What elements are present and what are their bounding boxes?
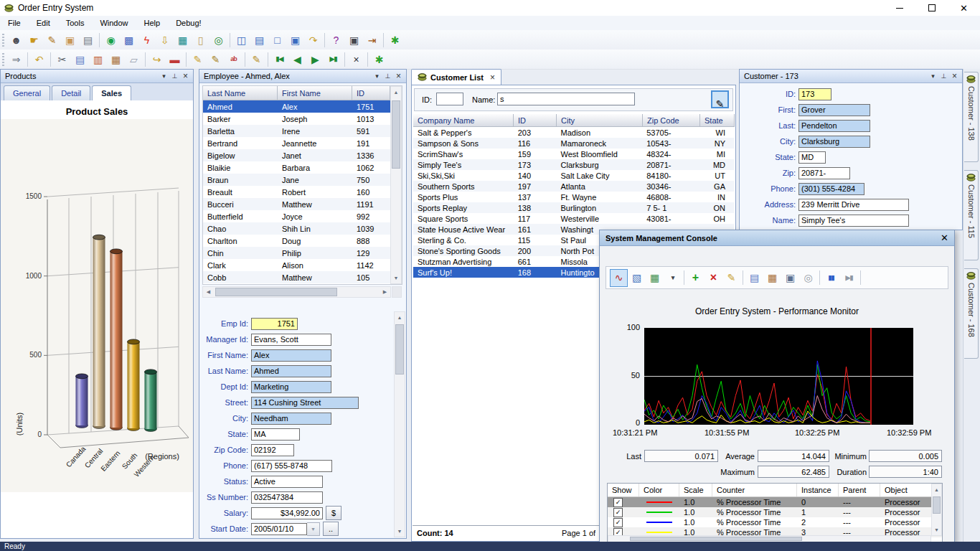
export-icon[interactable]: ⇩ — [156, 32, 174, 48]
help-book-icon[interactable]: ? — [327, 32, 345, 48]
toolbar-grip[interactable] — [2, 53, 4, 66]
tab-sales[interactable]: Sales — [92, 85, 131, 101]
name-field[interactable]: Simply Tee's — [798, 215, 909, 227]
salary-button[interactable]: $ — [326, 506, 341, 520]
restore-button[interactable] — [915, 0, 948, 16]
close-window-icon[interactable]: × — [347, 52, 365, 67]
scroll-down-icon[interactable]: ▼ — [391, 273, 401, 283]
last-row-icon[interactable]: ▶▮ — [324, 52, 342, 67]
dropdown-button[interactable]: ▼ — [307, 522, 320, 536]
startdate-field[interactable]: 2005/01/10 — [251, 523, 307, 535]
search-pen-button[interactable]: ✎ — [711, 90, 729, 108]
scroll-down-icon[interactable]: ▼ — [932, 524, 941, 535]
lastname-field[interactable]: Ahmed — [251, 365, 331, 377]
copy-icon[interactable]: ▤ — [745, 269, 763, 287]
employee-row[interactable]: BreaultRobert160 — [203, 186, 402, 198]
employee-row[interactable]: ChaoShih Lin1039 — [203, 222, 402, 235]
insert-row-icon[interactable]: ↪ — [148, 52, 166, 67]
employee-row[interactable]: BertrandJeannette191 — [203, 137, 402, 149]
empid-field[interactable]: 1751 — [251, 318, 298, 330]
scroll-thumb[interactable] — [392, 100, 400, 169]
image-export-icon[interactable]: ▦ — [646, 269, 664, 287]
scroll-up-icon[interactable]: ▲ — [932, 484, 941, 495]
counter-column-object[interactable]: Object — [880, 484, 932, 496]
counter-column-counter[interactable]: Counter — [712, 484, 797, 496]
managerid-field[interactable]: Evans, Scott — [251, 334, 331, 346]
paste-icon[interactable]: ▦ — [763, 269, 781, 287]
column-header-id[interactable]: ID — [352, 86, 390, 100]
edit-source-icon[interactable]: ✎ — [207, 52, 225, 67]
column-header-id[interactable]: ID — [514, 114, 557, 127]
id-field[interactable]: 173 — [798, 88, 831, 100]
phone-field[interactable]: (617) 555-8748 — [251, 460, 332, 472]
zipcode-field[interactable]: 02192 — [251, 444, 294, 456]
firstname-field[interactable]: Alex — [251, 349, 331, 362]
tab-customer-list[interactable]: Customer List × — [411, 69, 501, 85]
menu-window[interactable]: Window — [92, 17, 136, 29]
pause-icon[interactable]: ▮▮ — [822, 269, 840, 287]
customer-row[interactable]: Southern Sports197Atlanta30346-GA — [413, 181, 734, 192]
customer-row[interactable]: ScrimShaw's159West Bloomfield48324-MI — [413, 149, 734, 159]
column-header-city[interactable]: City — [557, 114, 643, 127]
highlight-icon[interactable]: ◎ — [799, 269, 817, 287]
customer-row[interactable]: Simply Tee's173Clarksburg20871-MD — [413, 159, 734, 170]
customer-row[interactable]: Sports Replay138Burlington7 5- 1ON — [413, 202, 734, 213]
scroll-thumb[interactable] — [630, 537, 802, 541]
scroll-icon[interactable]: ▯ — [192, 32, 209, 48]
side-tab-customer-168[interactable]: Customer - 168 — [964, 268, 979, 359]
last-field[interactable]: Pendelton — [798, 120, 870, 132]
menu-help[interactable]: Help — [136, 17, 169, 29]
side-tab-customer-115[interactable]: Customer - 115 — [964, 170, 979, 260]
minimize-button[interactable] — [883, 0, 915, 16]
apply-icon[interactable]: ✎ — [248, 52, 265, 67]
update-data-icon[interactable]: ▶▮ — [840, 269, 858, 287]
checkbox-checked-icon[interactable]: ✓ — [613, 518, 623, 527]
menu-tools[interactable]: Tools — [58, 17, 93, 29]
customer-row[interactable]: Ski,Ski,Ski140Salt Lake City84180-UT — [413, 170, 734, 181]
status-field[interactable]: Active — [251, 476, 323, 488]
column-header-company-name[interactable]: Company Name — [413, 114, 514, 127]
ellipsis-button[interactable]: .. — [323, 522, 339, 536]
window-icon[interactable]: □ — [268, 32, 286, 48]
employee-row[interactable]: BraunJane750 — [203, 174, 402, 186]
chevron-down-icon[interactable]: ▾ — [159, 71, 169, 82]
menu-debug[interactable]: Debug! — [168, 17, 209, 29]
tab-general[interactable]: General — [4, 85, 50, 100]
delete-row-icon[interactable]: ▬ — [166, 52, 184, 67]
address-field[interactable]: 239 Merritt Drive — [798, 199, 909, 211]
employee-row[interactable]: ClarkAlison1142 — [203, 259, 402, 271]
calculator-icon[interactable]: ▦ — [174, 32, 192, 48]
add-counter-icon[interactable]: + — [687, 269, 705, 287]
first-field[interactable]: Grover — [798, 104, 870, 116]
side-tab-customer-138[interactable]: Customer - 138 — [964, 72, 979, 162]
lightning-icon[interactable]: ϟ — [138, 32, 156, 48]
employee-row[interactable]: BarkerJoseph1013 — [203, 113, 402, 125]
counter-column-parent[interactable]: Parent — [839, 484, 880, 496]
tab-close-icon[interactable]: × — [490, 72, 495, 83]
counter-column-scale[interactable]: Scale — [679, 484, 712, 496]
chevron-down-icon[interactable]: ▾ — [928, 71, 938, 82]
debug-bug-icon[interactable]: ✱ — [370, 52, 388, 67]
scroll-track[interactable] — [932, 495, 941, 524]
edit-counter-icon[interactable]: ✎ — [722, 269, 740, 287]
first-row-icon[interactable]: ▮◀ — [270, 52, 288, 67]
cube-3d-icon[interactable]: ▧ — [628, 269, 646, 287]
id-input[interactable] — [436, 93, 463, 105]
checkbox-checked-icon[interactable]: ✓ — [613, 508, 623, 517]
pin-icon[interactable]: ⊥ — [169, 71, 180, 82]
scroll-thumb[interactable] — [215, 288, 337, 296]
checkbox-checked-icon[interactable]: ✓ — [613, 498, 623, 507]
customer-row[interactable]: Salt & Pepper's203Madison53705-WI — [413, 127, 734, 138]
ssnumber-field[interactable]: 032547384 — [251, 491, 323, 504]
toolbar-grip[interactable] — [2, 34, 4, 47]
properties-icon[interactable]: ▣ — [781, 269, 799, 287]
edit-note-icon[interactable]: ✎ — [43, 32, 61, 48]
close-icon[interactable]: × — [180, 71, 191, 82]
console-title-bar[interactable]: System Management Console ✕ — [600, 230, 954, 246]
about-box-icon[interactable]: ▣ — [345, 32, 363, 48]
street-field[interactable]: 114 Cushing Street — [251, 397, 359, 409]
scroll-track[interactable] — [214, 287, 380, 297]
employee-row[interactable]: ButterfieldJoyce992 — [203, 210, 402, 222]
copy-as-icon[interactable]: ▥ — [89, 52, 107, 67]
show-cell[interactable]: ✓ — [608, 518, 639, 527]
